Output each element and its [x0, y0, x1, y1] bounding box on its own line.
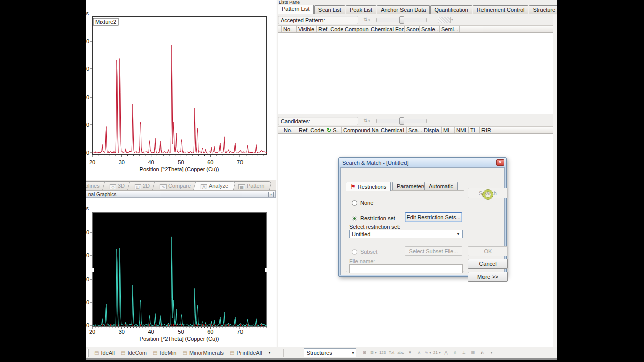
tab-automatic[interactable]: Automatic: [424, 182, 458, 190]
column-header[interactable]: RIR: [480, 127, 496, 133]
column-header[interactable]: Scale...: [420, 26, 440, 32]
slider-thumb[interactable]: [399, 16, 404, 24]
tab-structure-plot[interactable]: Structure Plot: [529, 5, 557, 14]
toolbar-button-minorminerals[interactable]: ▤MinorMinerals: [179, 349, 227, 357]
none-radio-row[interactable]: None: [352, 200, 373, 206]
toolbar-overflow-icon[interactable]: ▾: [265, 349, 274, 357]
main-graphics-chart-panel[interactable]: 203040506070Position [°2Theta] (Copper (…: [86, 0, 276, 180]
more-button[interactable]: More >>: [468, 272, 508, 282]
view-tab-compare[interactable]: ∿Compare: [152, 181, 199, 190]
boxed-peak-icon[interactable]: ▦: [469, 349, 478, 357]
close-icon[interactable]: ×: [268, 192, 274, 197]
restriction-set-combobox[interactable]: Untitled ▼: [349, 230, 463, 238]
select-subset-file-button[interactable]: Select Subset File...: [405, 246, 462, 256]
abc-display-icon[interactable]: abc: [396, 349, 406, 357]
column-header[interactable]: Displa...: [422, 127, 442, 133]
area-peak-icon[interactable]: ◭: [478, 349, 487, 357]
additional-pattern-chart[interactable]: 203040506070Position [°2Theta] (Copper (…: [86, 198, 276, 347]
svg-text:30: 30: [119, 159, 125, 165]
subset-radio-row: Subset: [352, 249, 377, 255]
column-header[interactable]: NML: [455, 127, 469, 133]
peak-up-icon[interactable]: ⋀: [442, 349, 451, 357]
filter-display-icon[interactable]: ▼: [406, 349, 415, 357]
vertical-scrollbar[interactable]: [553, 15, 557, 347]
svg-text:40: 40: [148, 329, 154, 335]
tab-quantification[interactable]: Quantification: [430, 5, 472, 14]
column-header[interactable]: Compound Name: [342, 127, 379, 133]
copy-pattern-icon[interactable]: ⊞: [360, 349, 369, 357]
column-header[interactable]: Score: [405, 26, 420, 32]
view-tab-label: Compare: [168, 183, 191, 189]
toolbar-button-idemin[interactable]: ▤IdeMin: [150, 349, 179, 357]
accept-peaks-icon[interactable]: ⋏: [415, 349, 424, 357]
radio-restriction-set[interactable]: [352, 216, 357, 221]
main-pattern-chart[interactable]: 203040506070Position [°2Theta] (Copper (…: [86, 0, 276, 180]
column-header[interactable]: Chemical Formula: [369, 26, 405, 32]
toolbar-button-label: MinorMinerals: [189, 350, 224, 356]
svg-text:20: 20: [89, 329, 95, 335]
double-peak-icon[interactable]: ⋔: [451, 349, 460, 357]
toolbar-button-label: IdeCom: [127, 350, 147, 356]
analyze-view-icon: ⋀: [201, 184, 207, 189]
column-header[interactable]: No.: [282, 26, 297, 32]
column-header[interactable]: No.: [282, 127, 297, 133]
tab-restrictions[interactable]: ⚑Restrictions: [346, 182, 391, 191]
column-header[interactable]: Ref. Code: [317, 26, 343, 32]
column-header[interactable]: Semi...: [440, 26, 460, 32]
text-display-icon[interactable]: Txt: [387, 349, 396, 357]
column-header[interactable]: [278, 26, 282, 32]
additional-graphics-chart-panel[interactable]: 203040506070Position [°2Theta] (Copper (…: [86, 198, 276, 347]
chevron-down-icon[interactable]: ▾: [451, 18, 453, 22]
column-header[interactable]: ML: [442, 127, 455, 133]
column-header[interactable]: Compound N...: [343, 26, 369, 32]
slider-thumb[interactable]: [399, 117, 404, 125]
hatch-pattern-icon[interactable]: [438, 17, 451, 23]
peak-base-icon[interactable]: ⊥: [460, 349, 469, 357]
svg-text:50: 50: [178, 159, 184, 165]
cancel-button[interactable]: Cancel: [468, 259, 508, 269]
toolbar-grip[interactable]: [300, 349, 301, 357]
accepted-simulation-slider[interactable]: [376, 18, 427, 22]
tab-pattern-list[interactable]: Pattern List: [278, 5, 314, 14]
pattern-view-icon[interactable]: ∿ ▾: [424, 349, 433, 357]
close-icon[interactable]: ×: [496, 159, 504, 166]
overflow-icon[interactable]: ▾: [487, 349, 496, 357]
svg-text:Position [°2Theta] (Copper (Cu: Position [°2Theta] (Copper (Cu)): [140, 336, 219, 342]
column-header[interactable]: Chemical Fo...: [379, 127, 407, 133]
toolbar-grip[interactable]: [87, 349, 89, 357]
tab-peak-list[interactable]: Peak List: [346, 5, 376, 14]
sort-icon[interactable]: ⇅▾: [362, 117, 371, 125]
view-tab-analyze[interactable]: ⋀Analyze: [193, 181, 236, 190]
report-icon: ▤: [153, 350, 157, 356]
structures-combobox[interactable]: Structures▾: [304, 348, 356, 357]
toolbar-button-ideall[interactable]: ▤IdeAll: [91, 349, 118, 357]
toolbar-button-idecom[interactable]: ▤IdeCom: [118, 349, 150, 357]
report-icon: ▤: [94, 350, 99, 356]
column-header[interactable]: Visible: [297, 26, 317, 32]
copy-scan-icon[interactable]: ⊠ ▾: [369, 349, 378, 357]
view-tab-pattern[interactable]: ▦Pattern: [231, 181, 272, 190]
radio-none[interactable]: [352, 200, 357, 206]
tab-anchor-scan-data[interactable]: Anchor Scan Data: [377, 5, 430, 14]
dialog-title-bar[interactable]: Search & Match - [Untitled] ×: [339, 158, 506, 167]
tab-scan-list[interactable]: Scan List: [314, 5, 345, 14]
column-header[interactable]: TL: [469, 127, 480, 133]
file-name-input[interactable]: [349, 264, 463, 273]
column-header[interactable]: ↻ S..: [325, 127, 342, 133]
edit-restriction-sets-button[interactable]: Edit Restriction Sets...: [405, 212, 462, 222]
toolbar-button-printideall[interactable]: ▤PrintIdeAll: [227, 349, 265, 357]
column-header[interactable]: Ref. Code: [297, 127, 325, 133]
radio-subset[interactable]: [352, 249, 357, 255]
numbers-display-icon[interactable]: 123: [378, 349, 387, 357]
offset-view-icon[interactable]: 21 ▾: [433, 349, 442, 357]
column-header[interactable]: [278, 127, 282, 133]
restriction-set-radio-row[interactable]: Restriction set: [352, 215, 395, 221]
accepted-pattern-list[interactable]: [278, 33, 553, 114]
candidates-simulation-slider[interactable]: [376, 119, 427, 123]
sort-icon[interactable]: ⇅▾: [362, 16, 371, 24]
tab-refinement-control[interactable]: Refinement Control: [473, 5, 529, 14]
ok-button[interactable]: OK: [468, 246, 508, 256]
column-header[interactable]: Sca...: [407, 127, 422, 133]
svg-text:60: 60: [207, 159, 213, 165]
select-restriction-set-label: Select restriction set:: [349, 224, 400, 230]
